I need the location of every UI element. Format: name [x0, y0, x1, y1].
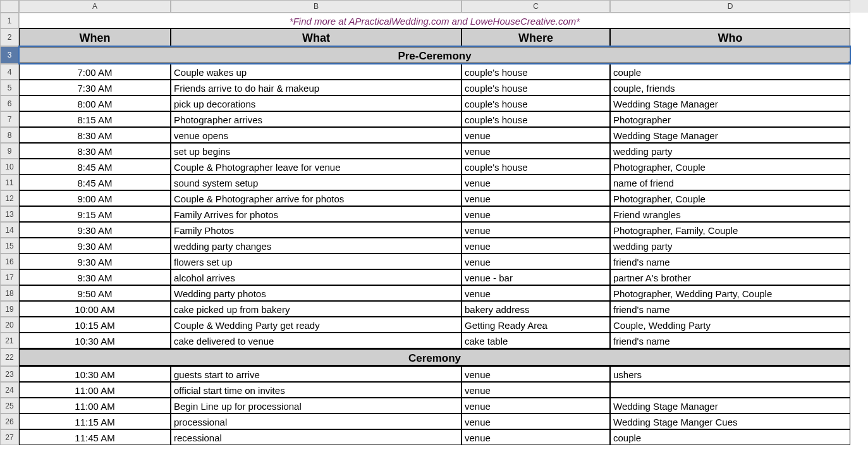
cell-what[interactable]: Wedding party photos: [171, 285, 462, 301]
cell-who[interactable]: friend's name: [610, 301, 850, 317]
cell-who[interactable]: friend's name: [610, 333, 850, 348]
cell-where[interactable]: venue: [462, 238, 610, 254]
cell-where[interactable]: venue: [462, 190, 610, 206]
row-header-17[interactable]: 17: [0, 269, 19, 285]
row-header-23[interactable]: 23: [0, 366, 19, 382]
row-header-5[interactable]: 5: [0, 80, 19, 95]
cell-what[interactable]: Begin Line up for processional: [171, 398, 462, 414]
cell-what[interactable]: Family Photos: [171, 222, 462, 238]
cell-where[interactable]: couple's house: [462, 159, 610, 175]
cell-where[interactable]: bakery address: [462, 301, 610, 317]
cell-who[interactable]: Wedding Stage Manager: [610, 127, 850, 143]
cell-what[interactable]: wedding party changes: [171, 238, 462, 254]
row-header-6[interactable]: 6: [0, 95, 19, 111]
row-header-16[interactable]: 16: [0, 254, 19, 269]
cell-who[interactable]: Photographer: [610, 111, 850, 127]
cell-who[interactable]: ushers: [610, 366, 850, 382]
row-header-7[interactable]: 7: [0, 111, 19, 127]
cell-where[interactable]: venue: [462, 285, 610, 301]
cell-who[interactable]: Photographer, Family, Couple: [610, 222, 850, 238]
cell-what[interactable]: Couple & Wedding Party get ready: [171, 317, 462, 333]
cell-who[interactable]: couple: [610, 429, 850, 445]
cell-when[interactable]: 9:30 AM: [19, 238, 171, 254]
cell-when[interactable]: 9:30 AM: [19, 254, 171, 269]
cell-what[interactable]: pick up decorations: [171, 95, 462, 111]
cell-when[interactable]: 9:30 AM: [19, 269, 171, 285]
cell-what[interactable]: Couple & Photographer leave for venue: [171, 159, 462, 175]
cell-who[interactable]: Wedding Stage Manager: [610, 95, 850, 111]
cell-where[interactable]: cake table: [462, 333, 610, 348]
cell-where[interactable]: venue: [462, 206, 610, 222]
cell-who[interactable]: Wedding Stage Manger Cues: [610, 414, 850, 429]
row-header-24[interactable]: 24: [0, 382, 19, 398]
cell-what[interactable]: recessional: [171, 429, 462, 445]
cell-where[interactable]: venue: [462, 143, 610, 159]
cell-where[interactable]: couple's house: [462, 95, 610, 111]
section-0[interactable]: Pre-Ceremony: [19, 46, 850, 64]
cell-who[interactable]: Photographer, Couple: [610, 159, 850, 175]
cell-what[interactable]: official start time on invites: [171, 382, 462, 398]
cell-where[interactable]: venue - bar: [462, 269, 610, 285]
cell-what[interactable]: cake delivered to venue: [171, 333, 462, 348]
col-header-b[interactable]: B: [171, 0, 462, 13]
cell-who[interactable]: wedding party: [610, 143, 850, 159]
cell-when[interactable]: 7:00 AM: [19, 64, 171, 80]
row-header-27[interactable]: 27: [0, 429, 19, 445]
cell-what[interactable]: processional: [171, 414, 462, 429]
cell-where[interactable]: venue: [462, 398, 610, 414]
col-header-a[interactable]: A: [19, 0, 171, 13]
row-header-1[interactable]: 1: [0, 13, 19, 28]
row-header-9[interactable]: 9: [0, 143, 19, 159]
cell-where[interactable]: venue: [462, 429, 610, 445]
cell-when[interactable]: 10:00 AM: [19, 301, 171, 317]
cell-who[interactable]: friend's name: [610, 254, 850, 269]
cell-who[interactable]: name of friend: [610, 175, 850, 190]
cell-when[interactable]: 8:15 AM: [19, 111, 171, 127]
cell-what[interactable]: alcohol arrives: [171, 269, 462, 285]
cell-when[interactable]: 7:30 AM: [19, 80, 171, 95]
cell-when[interactable]: 11:15 AM: [19, 414, 171, 429]
row-header-15[interactable]: 15: [0, 238, 19, 254]
cell-where[interactable]: venue: [462, 414, 610, 429]
row-header-12[interactable]: 12: [0, 190, 19, 206]
cell-where[interactable]: venue: [462, 222, 610, 238]
row-header-25[interactable]: 25: [0, 398, 19, 414]
spreadsheet-grid[interactable]: ABCD1*Find more at APracticalWedding.com…: [0, 0, 868, 445]
cell-when[interactable]: 8:45 AM: [19, 175, 171, 190]
cell-what[interactable]: flowers set up: [171, 254, 462, 269]
cell-what[interactable]: cake picked up from bakery: [171, 301, 462, 317]
row-header-20[interactable]: 20: [0, 317, 19, 333]
cell-when[interactable]: 10:30 AM: [19, 366, 171, 382]
cell-who[interactable]: Wedding Stage Manager: [610, 398, 850, 414]
row-header-26[interactable]: 26: [0, 414, 19, 429]
row-header-18[interactable]: 18: [0, 285, 19, 301]
row-header-14[interactable]: 14: [0, 222, 19, 238]
cell-where[interactable]: venue: [462, 254, 610, 269]
cell-who[interactable]: [610, 382, 850, 398]
cell-who[interactable]: couple: [610, 64, 850, 80]
cell-where[interactable]: venue: [462, 175, 610, 190]
row-header-8[interactable]: 8: [0, 127, 19, 143]
cell-who[interactable]: Friend wrangles: [610, 206, 850, 222]
row-header-13[interactable]: 13: [0, 206, 19, 222]
cell-what[interactable]: Couple wakes up: [171, 64, 462, 80]
cell-what[interactable]: Friends arrive to do hair & makeup: [171, 80, 462, 95]
cell-when[interactable]: 8:45 AM: [19, 159, 171, 175]
row-header-10[interactable]: 10: [0, 159, 19, 175]
row-header-2[interactable]: 2: [0, 28, 19, 46]
cell-where[interactable]: couple's house: [462, 80, 610, 95]
cell-who[interactable]: couple, friends: [610, 80, 850, 95]
cell-who[interactable]: Photographer, Couple: [610, 190, 850, 206]
row-header-19[interactable]: 19: [0, 301, 19, 317]
cell-when[interactable]: 11:45 AM: [19, 429, 171, 445]
cell-what[interactable]: Couple & Photographer arrive for photos: [171, 190, 462, 206]
cell-where[interactable]: venue: [462, 127, 610, 143]
cell-where[interactable]: Getting Ready Area: [462, 317, 610, 333]
cell-when[interactable]: 8:00 AM: [19, 95, 171, 111]
cell-who[interactable]: wedding party: [610, 238, 850, 254]
cell-what[interactable]: set up begins: [171, 143, 462, 159]
cell-when[interactable]: 9:00 AM: [19, 190, 171, 206]
cell-when[interactable]: 8:30 AM: [19, 127, 171, 143]
cell-where[interactable]: couple's house: [462, 64, 610, 80]
cell-what[interactable]: venue opens: [171, 127, 462, 143]
